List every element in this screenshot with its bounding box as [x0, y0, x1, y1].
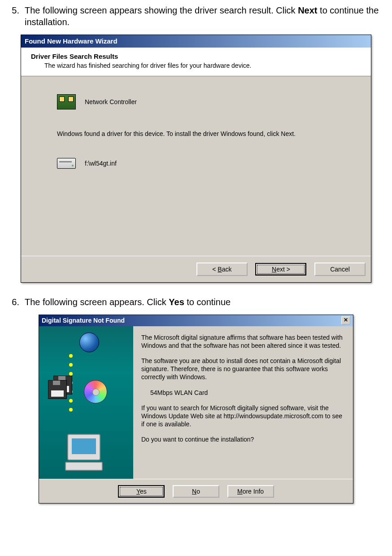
- step5-text-a: The following screen appears showing the…: [25, 5, 298, 15]
- dialog-text: The Microsoft digital signature affirms …: [133, 326, 353, 479]
- step-5: 5. The following screen appears showing …: [7, 4, 385, 28]
- inf-path: f:\wl54gt.inf: [85, 159, 117, 167]
- network-card-icon: [57, 94, 76, 109]
- digital-signature-dialog: Digital Signature Not Found ✕ The Micros…: [39, 315, 353, 503]
- dialog-body: The Microsoft digital signature affirms …: [39, 326, 353, 479]
- step6-text-a: The following screen appears. Click: [25, 297, 169, 307]
- step-text: The following screen appears. Click Yes …: [25, 296, 385, 308]
- button-bar: Yes No More Info: [39, 479, 353, 503]
- more-info-button[interactable]: More Info: [227, 485, 274, 498]
- header-subtitle: The wizard has finished searching for dr…: [44, 61, 366, 70]
- sig-paragraph-3: If you want to search for Microsoft digi…: [141, 404, 343, 429]
- cd-icon: [84, 380, 107, 403]
- wizard-content: Network Controller Windows found a drive…: [21, 76, 371, 256]
- device-name: 54Mbps WLAN Card: [150, 389, 343, 397]
- sig-paragraph-1: The Microsoft digital signature affirms …: [141, 333, 343, 350]
- drive-icon: [57, 158, 76, 169]
- cancel-button[interactable]: Cancel: [314, 263, 366, 276]
- found-message: Windows found a driver for this device. …: [57, 130, 353, 138]
- step-text: The following screen appears showing the…: [25, 4, 385, 28]
- sig-paragraph-4: Do you want to continue the installation…: [141, 435, 343, 443]
- step-6: 6. The following screen appears. Click Y…: [7, 296, 385, 308]
- side-graphic: [39, 326, 133, 479]
- close-button[interactable]: ✕: [341, 316, 350, 324]
- yes-button[interactable]: Yes: [118, 485, 165, 498]
- inf-row: f:\wl54gt.inf: [57, 158, 353, 169]
- dialog-title: Digital Signature Not Found: [42, 316, 125, 324]
- title-bar: Digital Signature Not Found ✕: [39, 315, 353, 326]
- title-bar: Found New Hardware Wizard: [21, 35, 371, 48]
- found-hardware-wizard-dialog: Found New Hardware Wizard Driver Files S…: [21, 35, 371, 283]
- floppy-icon: [48, 376, 75, 398]
- step6-text-c: to continue: [184, 297, 231, 307]
- step6-bold: Yes: [169, 297, 184, 307]
- wizard-header: Driver Files Search Results The wizard h…: [21, 48, 371, 77]
- step-number: 6.: [7, 296, 25, 308]
- sig-paragraph-2: The software you are about to install do…: [141, 357, 343, 381]
- header-title: Driver Files Search Results: [31, 52, 366, 61]
- device-row: Network Controller: [57, 94, 353, 109]
- step-number: 5.: [7, 4, 25, 28]
- button-bar: < Back Next > Cancel: [21, 256, 371, 282]
- computer-icon: [64, 434, 104, 470]
- back-button[interactable]: < Back: [196, 263, 248, 276]
- no-button[interactable]: No: [173, 485, 219, 498]
- globe-icon: [79, 333, 99, 352]
- next-button[interactable]: Next >: [255, 263, 306, 276]
- device-name: Network Controller: [85, 98, 137, 106]
- step5-bold: Next: [298, 5, 317, 15]
